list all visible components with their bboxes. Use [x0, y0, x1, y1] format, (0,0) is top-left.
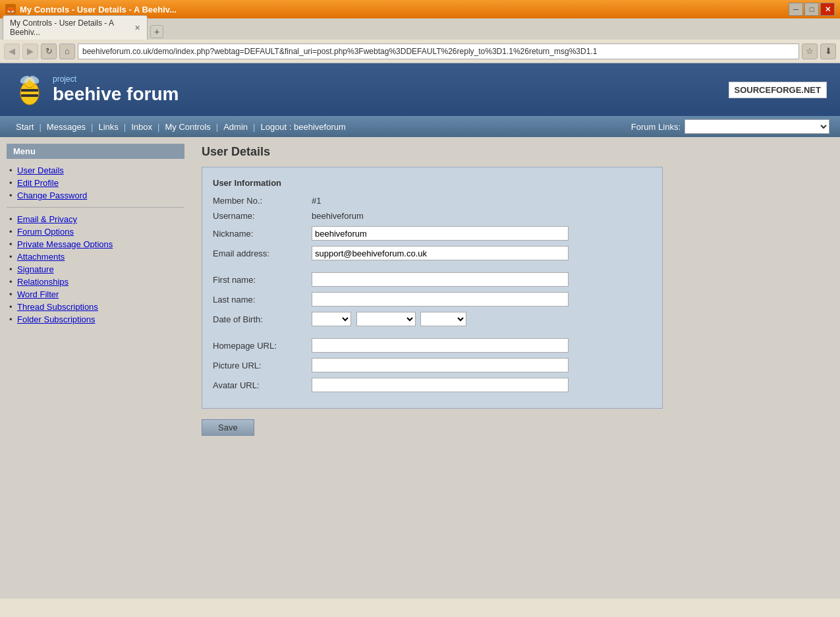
sidebar-item-signature[interactable]: Signature	[7, 263, 184, 276]
sidebar-item-edit-profile[interactable]: Edit Profile	[7, 177, 184, 189]
dob-year-select[interactable]	[420, 312, 466, 326]
avatar-label: Avatar URL:	[213, 380, 312, 390]
sidebar-item-private-message-options[interactable]: Private Message Options	[7, 238, 184, 250]
forum-links-area: Forum Links:	[631, 119, 829, 134]
picture-label: Picture URL:	[213, 361, 312, 370]
minimize-button[interactable]: ─	[789, 3, 803, 16]
picture-input[interactable]	[312, 358, 569, 372]
sourceforge-badge: SOURCEFORGE.NET	[729, 82, 827, 98]
nav-links: Start | Messages | Links | Inbox | My Co…	[11, 122, 351, 132]
dob-label: Date of Birth:	[213, 314, 312, 324]
sidebar-link-attachments[interactable]: Attachments	[17, 252, 65, 262]
sidebar-link-change-password[interactable]: Change Password	[17, 191, 87, 200]
sidebar: Menu User Details Edit Profile Change Pa…	[0, 137, 191, 599]
sidebar-link-email-privacy[interactable]: Email & Privacy	[17, 214, 77, 224]
sidebar-link-forum-options[interactable]: Forum Options	[17, 227, 74, 237]
close-button[interactable]: ✕	[820, 3, 835, 16]
sidebar-item-thread-subscriptions[interactable]: Thread Subscriptions	[7, 301, 184, 313]
home-button[interactable]: ⌂	[59, 44, 75, 59]
sidebar-item-relationships[interactable]: Relationships	[7, 276, 184, 288]
sidebar-title: Menu	[7, 144, 184, 159]
refresh-button[interactable]: ↻	[41, 44, 57, 59]
lastname-row: Last name:	[213, 292, 652, 307]
main-layout: Menu User Details Edit Profile Change Pa…	[0, 137, 840, 599]
tab-close-button[interactable]: ✕	[134, 24, 140, 32]
avatar-input[interactable]	[312, 378, 569, 392]
dob-row: Date of Birth:	[213, 312, 652, 326]
svg-rect-2	[21, 89, 38, 92]
tab-label: My Controls - User Details - A Beehiv...	[10, 18, 130, 37]
sidebar-link-edit-profile[interactable]: Edit Profile	[17, 178, 59, 188]
sidebar-link-thread-subscriptions[interactable]: Thread Subscriptions	[17, 302, 98, 312]
save-button[interactable]: Save	[202, 419, 254, 436]
address-bar[interactable]	[78, 44, 799, 59]
browser-window: 🦊 My Controls - User Details - A Beehiv.…	[0, 0, 840, 617]
sidebar-item-forum-options[interactable]: Forum Options	[7, 225, 184, 238]
dob-day-select[interactable]	[312, 312, 351, 326]
sidebar-link-user-details[interactable]: User Details	[17, 165, 64, 175]
username-row: Username: beehiveforum	[213, 211, 652, 221]
window-controls: ─ □ ✕	[789, 3, 835, 16]
navigation-bar: ◀ ▶ ↻ ⌂ ☆ ⬇	[0, 40, 840, 63]
page-title: User Details	[202, 145, 829, 159]
nav-start[interactable]: Start	[11, 122, 39, 132]
sidebar-item-folder-subscriptions[interactable]: Folder Subscriptions	[7, 313, 184, 326]
homepage-input[interactable]	[312, 338, 569, 353]
bookmark-star-button[interactable]: ☆	[802, 44, 818, 59]
nav-messages[interactable]: Messages	[42, 122, 91, 132]
download-button[interactable]: ⬇	[820, 44, 836, 59]
sidebar-divider	[7, 207, 184, 208]
new-tab-button[interactable]: +	[150, 25, 163, 38]
sidebar-link-folder-subscriptions[interactable]: Folder Subscriptions	[17, 314, 96, 324]
firstname-row: First name:	[213, 272, 652, 287]
dob-selects	[312, 312, 469, 326]
nav-my-controls[interactable]: My Controls	[159, 122, 215, 132]
avatar-row: Avatar URL:	[213, 378, 652, 392]
email-input[interactable]	[312, 246, 569, 260]
sidebar-menu-section2: Email & Privacy Forum Options Private Me…	[7, 213, 184, 326]
sidebar-link-relationships[interactable]: Relationships	[17, 277, 69, 287]
logo-name-label: beehive forum	[53, 84, 179, 105]
sidebar-item-user-details[interactable]: User Details	[7, 164, 184, 177]
logo-text: project beehive forum	[53, 74, 179, 105]
form-spacer-1	[213, 266, 652, 272]
browser-tab[interactable]: My Controls - User Details - A Beehiv...…	[3, 15, 148, 40]
window-title: My Controls - User Details - A Beehiv...	[20, 5, 177, 15]
lastname-input[interactable]	[312, 292, 569, 307]
sidebar-item-email-privacy[interactable]: Email & Privacy	[7, 213, 184, 225]
nav-admin[interactable]: Admin	[218, 122, 253, 132]
sidebar-link-word-filter[interactable]: Word Filter	[17, 289, 59, 299]
username-value: beehiveforum	[312, 211, 364, 221]
nickname-input[interactable]	[312, 226, 569, 241]
forum-logo: project beehive forum	[13, 73, 179, 106]
email-label: Email address:	[213, 249, 312, 258]
sidebar-menu-section1: User Details Edit Profile Change Passwor…	[7, 164, 184, 202]
nickname-label: Nickname:	[213, 229, 312, 239]
homepage-row: Homepage URL:	[213, 338, 652, 353]
sidebar-link-signature[interactable]: Signature	[17, 264, 54, 274]
picture-row: Picture URL:	[213, 358, 652, 372]
main-navigation: Start | Messages | Links | Inbox | My Co…	[0, 116, 840, 137]
email-row: Email address:	[213, 246, 652, 260]
nav-links[interactable]: Links	[94, 122, 124, 132]
firstname-input[interactable]	[312, 272, 569, 287]
nav-inbox[interactable]: Inbox	[126, 122, 157, 132]
nav-logout[interactable]: Logout : beehiveforum	[255, 122, 350, 132]
svg-rect-3	[21, 94, 38, 97]
page-content: project beehive forum SOURCEFORGE.NET St…	[0, 63, 840, 599]
main-content-area: User Details User Information Member No.…	[191, 137, 840, 599]
sidebar-item-word-filter[interactable]: Word Filter	[7, 288, 184, 301]
sidebar-item-change-password[interactable]: Change Password	[7, 189, 184, 202]
dob-month-select[interactable]	[356, 312, 416, 326]
sidebar-item-attachments[interactable]: Attachments	[7, 250, 184, 263]
homepage-label: Homepage URL:	[213, 341, 312, 351]
member-no-label: Member No.:	[213, 196, 312, 206]
forum-links-select[interactable]	[685, 119, 829, 134]
forward-button[interactable]: ▶	[22, 44, 38, 59]
lastname-label: Last name:	[213, 295, 312, 305]
sidebar-link-private-message-options[interactable]: Private Message Options	[17, 239, 113, 249]
firefox-icon: 🦊	[5, 4, 16, 15]
bee-logo-icon	[13, 73, 46, 106]
back-button[interactable]: ◀	[4, 44, 20, 59]
maximize-button[interactable]: □	[804, 3, 819, 16]
